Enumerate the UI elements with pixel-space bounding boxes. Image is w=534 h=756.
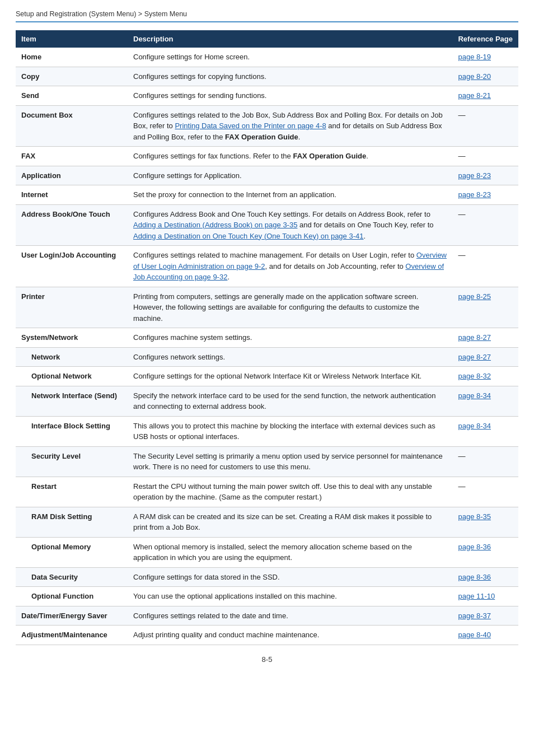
description-cell: Printing from computers, settings are ge… — [128, 287, 452, 328]
description-cell: Adjust printing quality and conduct mach… — [128, 626, 452, 645]
reference-link[interactable]: page 8-36 — [458, 543, 491, 551]
item-cell: FAX — [16, 147, 128, 166]
description-cell: Configures settings related to machine m… — [128, 246, 452, 287]
description-cell: Restart the CPU without turning the main… — [128, 477, 452, 507]
item-cell: Send — [16, 86, 128, 106]
description-cell: Specify the network interface card to be… — [128, 386, 452, 416]
item-cell: Network Interface (Send) — [16, 386, 128, 416]
reference-link[interactable]: page 8-23 — [458, 190, 491, 199]
table-row: Optional FunctionYou can use the optiona… — [16, 587, 518, 606]
item-cell: Date/Timer/Energy Saver — [16, 606, 128, 626]
reference-cell: page 8-37 — [452, 606, 518, 626]
reference-cell: page 8-19 — [452, 48, 518, 67]
reference-link[interactable]: page 8-21 — [458, 91, 491, 100]
table-row: Interface Block SettingThis allows you t… — [16, 416, 518, 446]
reference-link[interactable]: page 8-34 — [458, 422, 491, 430]
description-cell: A RAM disk can be created and its size c… — [128, 507, 452, 537]
description-cell: The Security Level setting is primarily … — [128, 446, 452, 477]
item-cell: RAM Disk Setting — [16, 507, 128, 537]
table-row: RAM Disk SettingA RAM disk can be create… — [16, 507, 518, 537]
table-row: System/NetworkConfigures machine system … — [16, 328, 518, 348]
bold-text: FAX Operation Guide — [293, 152, 366, 160]
description-cell: You can use the optional applications in… — [128, 587, 452, 606]
description-cell: This allows you to protect this machine … — [128, 416, 452, 446]
reference-cell: page 8-36 — [452, 567, 518, 587]
table-row: Data SecurityConfigure settings for data… — [16, 567, 518, 587]
reference-cell: page 8-23 — [452, 166, 518, 185]
reference-link[interactable]: page 8-40 — [458, 631, 491, 639]
reference-cell: — — [452, 147, 518, 166]
reference-link[interactable]: page 8-25 — [458, 292, 491, 301]
description-cell: Configures settings related to the date … — [128, 606, 452, 626]
table-row: FAXConfigures settings for fax functions… — [16, 147, 518, 166]
item-cell: Optional Memory — [16, 537, 128, 567]
bold-text: FAX Operation Guide — [225, 133, 298, 141]
system-menu-table: Item Description Reference Page HomeConf… — [16, 30, 518, 645]
item-cell: Home — [16, 48, 128, 67]
table-row: Security LevelThe Security Level setting… — [16, 446, 518, 477]
table-row: ApplicationConfigure settings for Applic… — [16, 166, 518, 185]
header-description: Description — [128, 30, 452, 48]
reference-cell: page 8-32 — [452, 367, 518, 386]
table-row: Optional MemoryWhen optional memory is i… — [16, 537, 518, 567]
description-cell: Configures network settings. — [128, 347, 452, 367]
table-row: Address Book/One TouchConfigures Address… — [16, 204, 518, 246]
table-row: InternetSet the proxy for connection to … — [16, 185, 518, 205]
reference-cell: page 8-34 — [452, 386, 518, 416]
description-link[interactable]: Printing Data Saved on the Printer on pa… — [175, 122, 326, 130]
item-cell: Network — [16, 347, 128, 367]
table-row: SendConfigures settings for sending func… — [16, 86, 518, 106]
description-link[interactable]: Adding a Destination (Address Book) on p… — [133, 221, 297, 229]
description-cell: Configures machine system settings. — [128, 328, 452, 348]
reference-link[interactable]: page 8-19 — [458, 53, 491, 61]
reference-cell: page 8-25 — [452, 287, 518, 328]
reference-cell: — — [452, 477, 518, 507]
item-cell: Interface Block Setting — [16, 416, 128, 446]
item-cell: Copy — [16, 67, 128, 86]
table-row: Date/Timer/Energy SaverConfigures settin… — [16, 606, 518, 626]
table-row: Network Interface (Send)Specify the netw… — [16, 386, 518, 416]
reference-cell: page 8-21 — [452, 86, 518, 106]
item-cell: Document Box — [16, 105, 128, 147]
description-link[interactable]: Overview of User Login Administration on… — [133, 251, 447, 270]
table-row: CopyConfigures settings for copying func… — [16, 67, 518, 86]
breadcrumb: Setup and Registration (System Menu) > S… — [16, 10, 518, 22]
description-cell: When optional memory is installed, selec… — [128, 537, 452, 567]
reference-link[interactable]: page 11-10 — [458, 592, 495, 600]
reference-link[interactable]: page 8-37 — [458, 612, 491, 620]
table-row: RestartRestart the CPU without turning t… — [16, 477, 518, 507]
description-cell: Configure settings for Home screen. — [128, 48, 452, 67]
description-cell: Set the proxy for connection to the Inte… — [128, 185, 452, 205]
item-cell: Address Book/One Touch — [16, 204, 128, 246]
reference-link[interactable]: page 8-34 — [458, 391, 491, 400]
description-cell: Configure settings for data stored in th… — [128, 567, 452, 587]
description-cell: Configure settings for the optional Netw… — [128, 367, 452, 386]
reference-cell: — — [452, 105, 518, 147]
reference-link[interactable]: page 8-23 — [458, 171, 491, 180]
description-cell: Configure settings for Application. — [128, 166, 452, 185]
item-cell: Data Security — [16, 567, 128, 587]
reference-cell: — — [452, 246, 518, 287]
description-link[interactable]: Adding a Destination on One Touch Key (O… — [133, 232, 363, 240]
item-cell: Security Level — [16, 446, 128, 477]
reference-link[interactable]: page 8-32 — [458, 372, 491, 380]
reference-link[interactable]: page 8-35 — [458, 512, 491, 521]
description-cell: Configures settings for sending function… — [128, 86, 452, 106]
reference-cell: page 8-34 — [452, 416, 518, 446]
header-item: Item — [16, 30, 128, 48]
reference-cell: page 8-36 — [452, 537, 518, 567]
reference-link[interactable]: page 8-27 — [458, 353, 491, 361]
reference-link[interactable]: page 8-27 — [458, 333, 491, 342]
table-row: Adjustment/MaintenanceAdjust printing qu… — [16, 626, 518, 645]
page-number: 8-5 — [16, 655, 518, 664]
table-row: Document BoxConfigures settings related … — [16, 105, 518, 147]
reference-cell: page 8-23 — [452, 185, 518, 205]
reference-link[interactable]: page 8-20 — [458, 72, 491, 81]
table-row: NetworkConfigures network settings.page … — [16, 347, 518, 367]
reference-cell: — — [452, 204, 518, 246]
description-cell: Configures settings related to the Job B… — [128, 105, 452, 147]
item-cell: User Login/Job Accounting — [16, 246, 128, 287]
reference-link[interactable]: page 8-36 — [458, 573, 491, 581]
item-cell: System/Network — [16, 328, 128, 348]
reference-cell: page 8-27 — [452, 347, 518, 367]
